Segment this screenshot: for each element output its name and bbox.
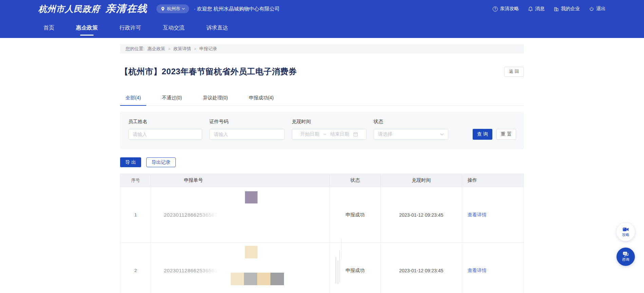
blur-artifact — [339, 250, 340, 282]
table-row: 1 20230112866253656771 申报成功 2023-01-12 0… — [120, 187, 524, 242]
redaction-block — [244, 273, 257, 285]
cell-status: 申报成功 — [330, 187, 381, 242]
cell-time: 2023-01-12 09:23:45 — [381, 243, 462, 293]
field-id-number: 证件号码 — [209, 119, 285, 140]
redaction-block — [245, 191, 258, 203]
logo-gov-text: 杭州市人民政府 — [38, 3, 100, 15]
guide-float-button[interactable]: 攻略 — [617, 223, 635, 241]
field-status: 状态 请选择 — [374, 119, 448, 140]
header-top-row: 杭州市人民政府 亲清在线 杭州市 · 欢迎您 杭州水晶城购物中心有限公司 ? 亲… — [38, 0, 606, 18]
cell-time: 2023-01-12 09:23:45 — [381, 187, 462, 242]
link-logout[interactable]: 退出 — [589, 6, 606, 12]
tab-rejected[interactable]: 不通过(0) — [156, 95, 187, 105]
consult-float-button[interactable]: 咨询 — [617, 248, 635, 266]
breadcrumb-item-policies[interactable]: 惠企政策 — [148, 46, 165, 52]
field-employee-name: 员工姓名 — [128, 119, 202, 140]
status-tabs: 全部(4) 不通过(0) 异议处理(0) 申报成功(4) — [120, 95, 524, 106]
id-number-input[interactable] — [209, 129, 285, 140]
redeem-time-range-picker[interactable]: 开始日期 ~ 结束日期 — [292, 129, 366, 140]
export-records-button[interactable]: 导出记录 — [146, 157, 176, 167]
cell-no: 2 — [120, 243, 151, 293]
end-date-placeholder: 结束日期 — [330, 131, 349, 137]
nav-appeals[interactable]: 诉求直达 — [206, 18, 228, 38]
nav-administrative-licensing[interactable]: 行政许可 — [119, 18, 141, 38]
export-button[interactable]: 导 出 — [120, 157, 141, 167]
view-details-link[interactable]: 查看详情 — [468, 212, 487, 218]
city-name: 杭州市 — [167, 6, 180, 12]
nav-enterprise-policies[interactable]: 惠企政策 — [76, 18, 98, 38]
calendar-icon — [353, 132, 358, 137]
blur-artifact — [338, 260, 338, 284]
redaction-block — [270, 273, 284, 285]
application-number: 20230112866253656330 — [164, 268, 224, 273]
col-header-app-no: 申报单号 — [151, 174, 330, 187]
cell-app-no: 20230112866253656330 — [151, 243, 330, 293]
records-table: 序号 申报单号 状态 兑现时间 操作 1 2023011286625365677… — [120, 174, 524, 293]
welcome-text: · 欢迎您 杭州水晶城购物中心有限公司 — [194, 6, 280, 12]
consult-label: 咨询 — [622, 257, 629, 262]
location-pin-icon — [160, 6, 165, 12]
tab-dispute[interactable]: 异议处理(0) — [197, 95, 233, 105]
redaction-block — [231, 273, 244, 285]
nav-home[interactable]: 首页 — [43, 18, 54, 38]
start-date-placeholder: 开始日期 — [300, 131, 319, 137]
export-toolbar: 导 出 导出记录 — [120, 157, 524, 167]
date-range-separator: ~ — [323, 132, 326, 137]
col-header-status: 状态 — [330, 174, 381, 187]
link-label: 我的企业 — [561, 6, 580, 12]
table-header-row: 序号 申报单号 状态 兑现时间 操作 — [120, 174, 524, 187]
redaction-block — [245, 246, 258, 258]
search-button[interactable]: 查 询 — [473, 129, 492, 140]
main-nav: 首页 惠企政策 行政许可 互动交流 诉求直达 — [38, 18, 606, 38]
site-logo[interactable]: 杭州市人民政府 亲清在线 — [38, 2, 148, 16]
tab-all[interactable]: 全部(4) — [120, 95, 146, 106]
status-label: 状态 — [374, 119, 448, 125]
city-selector[interactable]: 杭州市 — [156, 4, 189, 13]
employee-name-label: 员工姓名 — [128, 119, 202, 125]
nav-interaction[interactable]: 互动交流 — [163, 18, 185, 38]
link-my-company[interactable]: 我的企业 — [554, 6, 580, 12]
back-button[interactable]: 返 回 — [504, 67, 524, 77]
chevron-down-icon — [182, 8, 185, 10]
status-select[interactable]: 请选择 — [374, 129, 448, 140]
title-row: 【杭州市】2023年春节留杭省外员工电子消费券 返 回 — [120, 66, 524, 77]
chevron-down-icon — [440, 133, 444, 136]
status-placeholder: 请选择 — [378, 131, 440, 137]
filter-buttons: 查 询 重 置 — [473, 129, 516, 140]
main-content: 您的位置: 惠企政策 > 政策详情 > 申报记录 【杭州市】2023年春节留杭省… — [120, 44, 524, 293]
link-messages[interactable]: 消息 — [528, 6, 545, 12]
guide-label: 攻略 — [622, 232, 629, 237]
employee-name-input[interactable] — [128, 129, 202, 140]
table-row: 2 20230112866253656330 申报成功 2023-01-12 0… — [120, 242, 524, 293]
breadcrumb-prefix: 您的位置: — [126, 46, 145, 52]
blur-artifact — [336, 257, 336, 284]
bell-icon — [528, 6, 533, 12]
breadcrumb-separator: > — [194, 47, 196, 51]
col-header-time: 兑现时间 — [381, 174, 462, 187]
chat-icon — [623, 251, 629, 257]
header-links: ? 亲清攻略 消息 我的企业 — [493, 6, 606, 12]
breadcrumb: 您的位置: 惠企政策 > 政策详情 > 申报记录 — [120, 44, 524, 54]
tab-success[interactable]: 申报成功(4) — [243, 95, 279, 105]
page-title: 【杭州市】2023年春节留杭省外员工电子消费券 — [120, 66, 297, 77]
building-icon — [554, 6, 559, 12]
link-qinqing-guide[interactable]: ? 亲清攻略 — [493, 6, 519, 12]
col-header-action: 操作 — [462, 174, 524, 187]
field-redeem-time: 兑现时间 开始日期 ~ 结束日期 — [292, 119, 366, 140]
breadcrumb-separator: > — [168, 47, 170, 51]
col-header-no: 序号 — [120, 174, 151, 187]
application-number: 20230112866253656771 — [164, 212, 224, 218]
reset-button[interactable]: 重 置 — [496, 129, 516, 140]
filter-panel: 员工姓名 证件号码 兑现时间 开始日期 ~ 结束日期 状态 — [120, 112, 524, 149]
cell-action: 查看详情 — [462, 243, 524, 293]
power-icon — [589, 6, 594, 12]
view-details-link[interactable]: 查看详情 — [468, 268, 487, 274]
link-label: 退出 — [596, 6, 606, 12]
redaction-block — [257, 273, 270, 285]
breadcrumb-item-policy-detail[interactable]: 政策详情 — [173, 46, 191, 52]
blur-artifact — [341, 238, 342, 259]
video-camera-icon — [623, 227, 629, 232]
site-header: 杭州市人民政府 亲清在线 杭州市 · 欢迎您 杭州水晶城购物中心有限公司 ? 亲… — [0, 0, 644, 38]
logo-brand-text: 亲清在线 — [106, 2, 148, 16]
redeem-time-label: 兑现时间 — [292, 119, 366, 125]
